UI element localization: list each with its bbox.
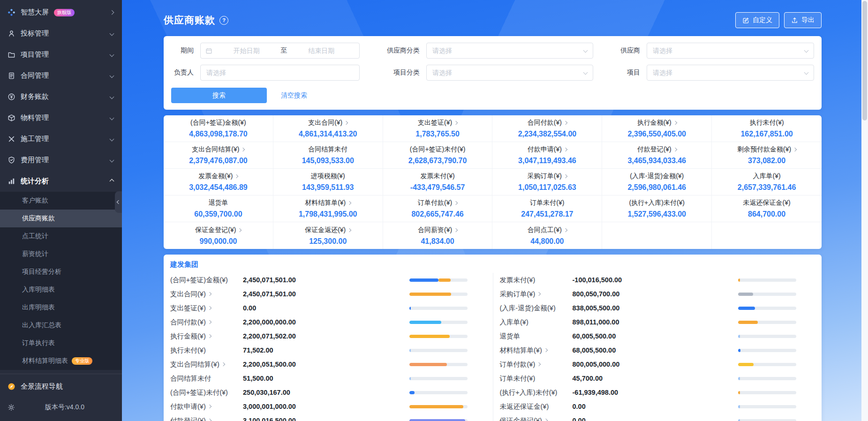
stat-label: 付款登记(¥)	[637, 145, 677, 154]
sidebar-item[interactable]: 物料管理	[0, 107, 122, 128]
detail-row-label[interactable]: 保证金登记(¥)	[500, 416, 573, 421]
detail-row-label[interactable]: 材料结算单(¥)	[500, 346, 573, 355]
sidebar-item[interactable]: 财务账款	[0, 86, 122, 107]
manager-label: 负责人	[171, 68, 194, 77]
manager-input[interactable]	[201, 65, 359, 80]
stat-cell[interactable]: 合同薪资(¥)41,834.00	[383, 222, 493, 249]
supplier-category-select[interactable]	[426, 43, 593, 59]
sidebar-subitem[interactable]: 出库明细表	[0, 299, 122, 316]
project-select[interactable]	[647, 65, 814, 81]
stat-cell[interactable]: 发票金额(¥)3,032,454,486.89	[164, 169, 273, 195]
sidebar-item[interactable]: 智慧大屏旗舰版	[0, 2, 122, 23]
detail-row-label[interactable]: 采购订单(¥)	[500, 290, 573, 299]
stat-label: 付款申请(¥)	[528, 145, 567, 154]
stat-value: 247,451,278.17	[521, 210, 573, 218]
manager-select[interactable]	[200, 65, 360, 81]
stat-cell[interactable]: 支出合同(¥)4,861,314,413.20	[273, 115, 383, 142]
stat-cell[interactable]: 付款申请(¥)3,047,119,493.46	[492, 142, 602, 169]
sidebar-collapse-handle[interactable]	[115, 191, 122, 213]
detail-row-label[interactable]: 订单付款(¥)	[500, 360, 573, 369]
detail-row: 合同付款(¥)2,200,000,000.00	[164, 315, 493, 329]
sidebar-subitem[interactable]: 点工统计	[0, 227, 122, 245]
gear-icon[interactable]	[8, 404, 15, 411]
sidebar-item[interactable]: 统计分析	[0, 171, 122, 192]
detail-row-label: (合同+签证)未付(¥)	[170, 388, 243, 397]
supplier-category-input[interactable]	[427, 43, 593, 58]
detail-row-label[interactable]: 支出合同(¥)	[170, 290, 243, 299]
sidebar-subitem[interactable]: 客户账款	[0, 192, 122, 210]
version-row: 版本号:v4.0.0	[0, 398, 122, 417]
detail-row-label[interactable]: 支出合同结算(¥)	[170, 360, 243, 369]
stat-label: 退货单	[208, 199, 228, 207]
stat-cell[interactable]: 剩余预付款金额(¥)373,082.00	[712, 142, 822, 169]
progress-track	[738, 405, 796, 408]
customize-button[interactable]: 自定义	[735, 12, 779, 28]
filter-panel: 期间 至 供应商分类 供应商	[164, 36, 822, 110]
stat-label: 保证金登记(¥)	[195, 226, 241, 234]
progress-bar	[409, 377, 493, 380]
sidebar-subitem[interactable]: 出入库汇总表	[0, 316, 122, 334]
stat-cell[interactable]: 采购订单(¥)1,050,117,025.63	[492, 169, 602, 195]
progress-bar	[409, 293, 493, 296]
window-scrollbar[interactable]	[861, 0, 868, 421]
stat-label: 合同薪资(¥)	[418, 226, 457, 234]
detail-row-label: (入库-退货)金额(¥)	[500, 304, 573, 313]
sidebar-subitem[interactable]: 材料结算明细表专业版	[0, 352, 122, 370]
sidebar-item-label: 施工管理	[21, 135, 49, 143]
detail-row-label[interactable]: 付款登记(¥)	[170, 416, 243, 421]
supplier-input[interactable]	[647, 43, 814, 58]
start-date-input[interactable]	[213, 43, 280, 58]
date-range-picker[interactable]: 至	[200, 43, 360, 59]
detail-row-label[interactable]: 支出签证(¥)	[170, 304, 243, 313]
stat-label: 合同结算未付	[308, 145, 347, 154]
supplier-select[interactable]	[647, 43, 814, 59]
project-category-select[interactable]	[426, 65, 593, 81]
sidebar-item[interactable]: 费用管理	[0, 150, 122, 171]
stat-cell[interactable]: 支出合同结算(¥)2,379,476,087.00	[164, 142, 273, 169]
detail-row-label[interactable]: 执行金额(¥)	[170, 332, 243, 341]
stat-label: 合同点工(¥)	[528, 226, 567, 234]
project-input[interactable]	[647, 65, 814, 80]
sidebar-subitem[interactable]: 入库明细表	[0, 281, 122, 299]
progress-track	[409, 321, 468, 324]
progress-track	[738, 321, 796, 324]
sidebar-item[interactable]: 合同管理	[0, 65, 122, 86]
search-button[interactable]: 搜索	[171, 88, 267, 103]
sidebar-subitem[interactable]: 供应商账款	[0, 210, 122, 227]
progress-bar	[409, 405, 493, 408]
detail-row-value: 2,450,071,501.00	[243, 276, 409, 284]
stat-cell[interactable]: 保证金登记(¥)990,000.00	[164, 222, 273, 249]
stat-cell: 进项税额(¥)143,959,511.93	[273, 169, 383, 195]
sidebar-item-panorama-nav[interactable]: 全景流程导航	[0, 376, 122, 398]
detail-row-label[interactable]: 合同付款(¥)	[170, 318, 243, 327]
sidebar-subitem[interactable]: 订单执行表	[0, 334, 122, 352]
sidebar-item[interactable]: 项目管理	[0, 44, 122, 65]
stat-cell[interactable]: 订单付款(¥)802,665,747.46	[383, 195, 493, 222]
sidebar-subitem[interactable]: 项目经营分析	[0, 263, 122, 281]
sidebar-subitem[interactable]: 薪资统计	[0, 245, 122, 263]
stat-cell[interactable]: 保证金返还(¥)125,300.00	[273, 222, 383, 249]
stat-cell[interactable]: 支出签证(¥)1,783,765.50	[383, 115, 493, 142]
project-label: 项目	[618, 68, 640, 77]
sidebar: 智慧大屏旗舰版投标管理项目管理合同管理财务账款物料管理施工管理费用管理统计分析客…	[0, 0, 122, 421]
export-button[interactable]: 导出	[784, 12, 822, 28]
supplier-group-link[interactable]: 建发集团	[164, 255, 205, 273]
sidebar-item[interactable]: 投标管理	[0, 23, 122, 44]
end-date-input[interactable]	[288, 43, 355, 58]
supplier-category-label: 供应商分类	[384, 46, 420, 55]
project-category-input[interactable]	[427, 65, 593, 80]
clear-search-link[interactable]: 清空搜索	[281, 91, 307, 100]
scrollbar-thumb[interactable]	[862, 1, 867, 120]
stat-cell[interactable]: 材料结算单(¥)1,798,431,995.00	[273, 195, 383, 222]
help-icon[interactable]: ?	[219, 16, 228, 25]
stat-cell[interactable]: 合同点工(¥)44,800.00	[492, 222, 602, 249]
stat-cell[interactable]: 付款登记(¥)3,465,934,033.46	[602, 142, 712, 169]
stat-cell[interactable]: 执行金额(¥)2,396,550,405.00	[602, 115, 712, 142]
detail-row-label[interactable]: 付款申请(¥)	[170, 402, 243, 411]
stat-value: 143,959,511.93	[302, 183, 354, 192]
sidebar-item[interactable]: 施工管理	[0, 128, 122, 150]
stat-label: 订单付款(¥)	[418, 199, 457, 207]
stat-cell[interactable]: 合同付款(¥)2,234,382,554.00	[492, 115, 602, 142]
filter-actions: 搜索 清空搜索	[171, 88, 814, 103]
progress-fill	[738, 293, 753, 296]
